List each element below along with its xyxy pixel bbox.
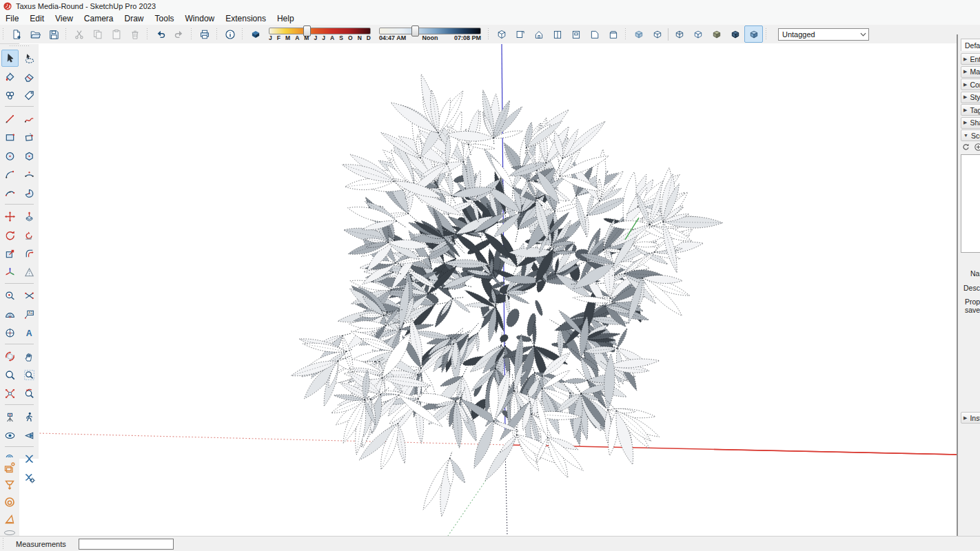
select-button[interactable]	[1, 50, 19, 67]
toolbar-gripper[interactable]	[487, 28, 490, 41]
model-canvas[interactable]	[39, 44, 958, 536]
sun-camera-button[interactable]	[1, 459, 18, 476]
menu-help[interactable]: Help	[272, 12, 300, 25]
menu-file[interactable]: File	[0, 12, 24, 25]
move-button[interactable]	[1, 208, 19, 225]
model-info-button[interactable]	[221, 25, 239, 43]
eraser-button[interactable]	[21, 68, 38, 85]
tray-panel-shadows[interactable]: ▶Shadows	[961, 117, 980, 129]
text-button[interactable]: A1	[21, 306, 38, 323]
iso-view-button[interactable]	[492, 25, 511, 43]
menu-extensions[interactable]: Extensions	[220, 12, 272, 25]
position-camera-button[interactable]	[1, 408, 19, 426]
look-around-button[interactable]	[1, 427, 19, 444]
hidden-line-style-button[interactable]	[688, 25, 707, 43]
menu-edit[interactable]: Edit	[24, 12, 50, 25]
polygon-button[interactable]	[21, 147, 38, 165]
shadow-month-slider[interactable]: JFMAMJJASOND	[267, 26, 372, 42]
toolbar-gripper[interactable]	[2, 28, 5, 41]
textured-style-button[interactable]	[726, 25, 744, 43]
left-view-button[interactable]	[585, 25, 604, 43]
rotated-rectangle-button[interactable]	[21, 129, 38, 146]
make-component-button[interactable]	[1, 87, 19, 104]
shadow-toggle-button[interactable]	[246, 25, 265, 43]
dimensions-button[interactable]	[21, 287, 38, 304]
shaded-style-button[interactable]	[707, 25, 726, 43]
menu-draw[interactable]: Draw	[119, 12, 150, 25]
push-pull-button[interactable]	[21, 208, 38, 225]
toolbar-overflow-handle[interactable]	[4, 530, 15, 535]
freehand-button[interactable]	[21, 110, 38, 127]
rotate-button[interactable]	[1, 227, 19, 244]
cone-marker-button[interactable]	[1, 511, 18, 528]
delete-button[interactable]	[125, 25, 144, 43]
open-folder-button[interactable]	[25, 25, 44, 43]
protractor-button[interactable]	[1, 306, 19, 323]
toolbar-gripper[interactable]	[190, 28, 193, 41]
refresh-button[interactable]	[961, 143, 970, 153]
shadow-month-track[interactable]	[269, 28, 371, 34]
toolbar-gripper[interactable]	[216, 28, 218, 41]
print-button[interactable]	[195, 25, 214, 43]
zoom-window-button[interactable]	[21, 366, 38, 384]
two-point-arc-button[interactable]	[21, 166, 38, 183]
tray-panel-scenes[interactable]: ▼Scenes	[961, 129, 980, 141]
tray-panel-materials[interactable]: ▶Materials	[961, 66, 980, 78]
follow-me-button[interactable]	[21, 227, 38, 244]
arc-button[interactable]	[1, 166, 19, 183]
pie-button[interactable]	[21, 185, 38, 202]
model-viewport[interactable]	[19, 43, 957, 536]
toolbar-gripper[interactable]	[241, 28, 244, 41]
compass-button[interactable]	[1, 324, 19, 342]
undo-button[interactable]	[151, 25, 170, 43]
cut-button[interactable]	[70, 25, 88, 43]
axes-button[interactable]	[1, 264, 19, 281]
instructor-panel-header[interactable]: ▶ Instructor	[961, 412, 980, 424]
top-view-button[interactable]	[511, 25, 529, 43]
xray-style-button[interactable]	[629, 25, 648, 43]
copy-button[interactable]	[88, 25, 107, 43]
walk-button[interactable]	[21, 408, 38, 426]
view-cone-button[interactable]	[21, 427, 38, 444]
tray-tab[interactable]: Default Tray	[961, 39, 980, 51]
zoom-previous-button[interactable]	[21, 385, 38, 402]
tag-filter-dropdown[interactable]: Untagged	[778, 28, 869, 41]
shadow-time-slider[interactable]: 04:47 AM Noon 07:08 PM	[378, 26, 482, 42]
toolbar-gripper[interactable]	[10, 45, 29, 48]
orbit-button[interactable]	[1, 348, 19, 365]
lasso-select-button[interactable]	[21, 50, 38, 67]
wireframe-style-button[interactable]	[670, 25, 688, 43]
right-view-button[interactable]	[548, 25, 566, 43]
monochrome-style-button[interactable]	[744, 25, 763, 43]
menu-camera[interactable]: Camera	[79, 12, 119, 25]
menu-view[interactable]: View	[50, 12, 79, 25]
tray-panel-styles[interactable]: ▶Styles	[961, 92, 980, 103]
add-scene-button[interactable]	[974, 143, 980, 153]
menu-window[interactable]: Window	[180, 12, 221, 25]
scale-button[interactable]	[1, 245, 19, 262]
measurements-input[interactable]	[79, 539, 174, 550]
rings-button[interactable]	[1, 494, 18, 510]
zoom-button[interactable]	[1, 366, 19, 384]
tray-panel-entity-info[interactable]: ▶Entity Info	[961, 53, 980, 65]
shadow-time-track[interactable]	[379, 28, 481, 34]
scenes-list[interactable]	[961, 154, 980, 253]
menu-tools[interactable]: Tools	[150, 12, 180, 25]
tray-panel-tags[interactable]: ▶Tags	[961, 104, 980, 116]
solid-tools-button[interactable]	[21, 264, 38, 281]
line-button[interactable]	[1, 110, 19, 127]
paste-button[interactable]	[107, 25, 125, 43]
rectangle-button[interactable]	[1, 129, 19, 146]
offset-button[interactable]	[21, 245, 38, 262]
back-edges-style-button[interactable]	[648, 25, 666, 43]
circle-button[interactable]	[1, 147, 19, 165]
redo-button[interactable]	[170, 25, 188, 43]
back-view-button[interactable]	[566, 25, 585, 43]
plant-placer-button[interactable]	[1, 477, 18, 493]
toolbar-gripper[interactable]	[765, 28, 768, 41]
toolbar-gripper[interactable]	[65, 28, 68, 41]
3d-text-button[interactable]: A	[21, 324, 38, 342]
tray-panel-components[interactable]: ▶Components	[961, 79, 980, 90]
toolbar-gripper[interactable]	[146, 28, 149, 41]
pan-button[interactable]	[21, 348, 38, 365]
